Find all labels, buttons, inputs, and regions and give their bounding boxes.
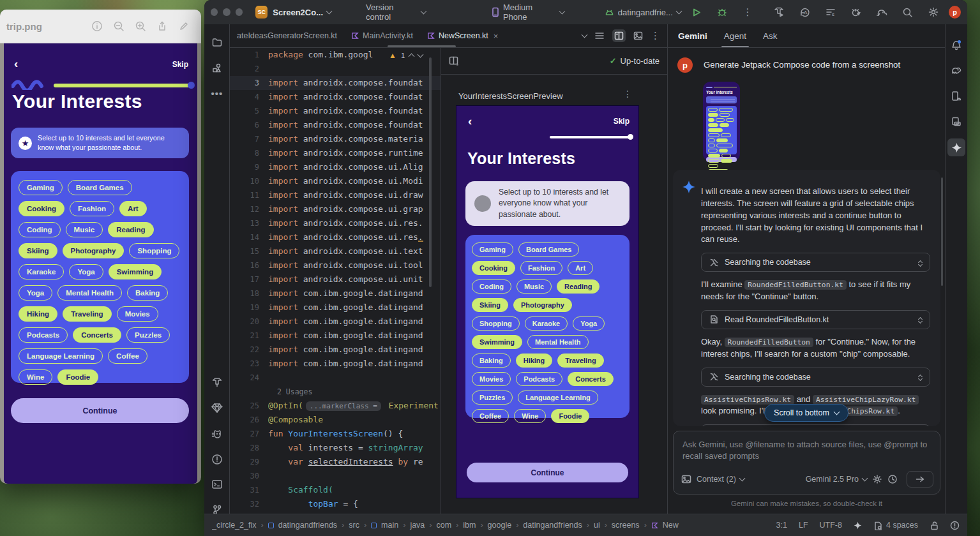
gemini-tool-icon[interactable] bbox=[947, 138, 965, 156]
caret-position[interactable]: 3:1 bbox=[776, 521, 787, 530]
gemini-settings-icon[interactable] bbox=[872, 474, 882, 484]
attach-image-icon[interactable] bbox=[681, 475, 691, 484]
code-line[interactable]: 22import com.ibm.google.datingand bbox=[230, 343, 441, 357]
usages-hint[interactable]: 2 Usages bbox=[230, 385, 312, 399]
debug-button[interactable] bbox=[712, 7, 732, 17]
info-icon[interactable] bbox=[86, 15, 108, 37]
device-selector[interactable]: Medium Phone bbox=[491, 3, 564, 22]
tab-agent[interactable]: Agent bbox=[724, 31, 746, 47]
tool-call-card[interactable]: Searching the codebase bbox=[701, 368, 930, 387]
indent-setting[interactable]: 4 spaces bbox=[873, 521, 918, 530]
code-editor[interactable]: 1package com.ibm.googl23import androidx.… bbox=[230, 48, 441, 514]
breadcrumb-item[interactable]: ui bbox=[594, 521, 600, 530]
zoom-out-icon[interactable] bbox=[108, 15, 130, 37]
tab-scrollbar[interactable] bbox=[388, 45, 456, 47]
code-line[interactable]: 20import com.ibm.google.datingand bbox=[230, 315, 441, 329]
editor-options-menu[interactable]: ⋮ bbox=[651, 30, 661, 41]
tool-call-card[interactable]: Searching the codebase bbox=[701, 253, 930, 272]
breadcrumb-item[interactable]: _circle_2_fix bbox=[212, 521, 256, 530]
breadcrumb-item[interactable]: datingandfriends bbox=[278, 521, 337, 530]
problems-tool-icon[interactable] bbox=[208, 450, 226, 468]
attached-screenshot-thumbnail[interactable]: Your Interests bbox=[703, 82, 740, 161]
window-minimize-button[interactable] bbox=[223, 8, 230, 16]
tab-dateideasgeneratorscreen[interactable]: ateIdeasGeneratorScreen.kt bbox=[230, 24, 344, 47]
breadcrumb-item[interactable]: google bbox=[488, 521, 512, 530]
code-line[interactable]: 8import androidx.compose.runtime bbox=[230, 146, 441, 160]
code-line[interactable]: 32 topBar = { bbox=[230, 497, 441, 511]
file-encoding[interactable]: UTF-8 bbox=[820, 521, 842, 530]
build-tool-icon[interactable] bbox=[208, 373, 226, 391]
settings-icon[interactable] bbox=[923, 6, 944, 18]
scroll-to-bottom-button[interactable]: Scroll to bottom bbox=[764, 404, 848, 422]
code-line[interactable]: 6import androidx.compose.foundat bbox=[230, 118, 441, 132]
terminal-tool-icon[interactable] bbox=[208, 475, 226, 493]
breadcrumb-item[interactable]: New bbox=[663, 521, 679, 530]
code-line[interactable]: 4import androidx.compose.foundat bbox=[230, 90, 441, 104]
run-configuration[interactable]: datingandfrie... bbox=[605, 8, 681, 17]
code-line[interactable]: 12import androidx.compose.ui.grap bbox=[230, 202, 441, 216]
preview-menu-icon[interactable]: ⋮ bbox=[623, 89, 633, 99]
user-avatar[interactable]: p bbox=[949, 6, 961, 19]
preview-layout-icon[interactable] bbox=[449, 56, 459, 66]
history-icon[interactable] bbox=[887, 474, 898, 484]
breadcrumb-item[interactable]: datingandfriends bbox=[523, 521, 582, 530]
next-problem-icon[interactable] bbox=[418, 52, 424, 58]
design-view-icon[interactable] bbox=[633, 31, 643, 40]
tab-ask[interactable]: Ask bbox=[763, 31, 778, 47]
code-line[interactable]: 26@Composable bbox=[230, 413, 441, 427]
code-line[interactable]: 3import androidx.compose.foundat bbox=[230, 76, 441, 90]
code-line[interactable]: 28 val interests = stringArray bbox=[230, 441, 441, 455]
more-tool-windows-icon[interactable]: ••• bbox=[208, 84, 226, 102]
code-line[interactable]: 15import androidx.compose.ui.text bbox=[230, 244, 441, 258]
code-line[interactable]: 27fun YourInterestsScreen() { bbox=[230, 427, 441, 441]
project-tool-icon[interactable] bbox=[208, 33, 226, 51]
code-line[interactable]: 2 Usages bbox=[230, 385, 441, 399]
more-actions-menu[interactable]: ⋮ bbox=[737, 6, 758, 18]
gemini-gem-tool-icon[interactable] bbox=[208, 399, 226, 417]
breadcrumb-item[interactable]: screens bbox=[612, 521, 640, 530]
inspections-widget[interactable]: ▲ 1 bbox=[386, 50, 425, 61]
error-highlight-icon[interactable] bbox=[950, 521, 960, 530]
code-line[interactable]: 13import androidx.compose.ui.res. bbox=[230, 216, 441, 230]
tab-list-chevron[interactable] bbox=[582, 32, 588, 38]
gemini-input-box[interactable]: Ask Gemini, use @filename to attach sour… bbox=[673, 431, 940, 495]
code-line[interactable]: 23import com.ibm.google.datingand bbox=[230, 357, 441, 371]
share-icon[interactable] bbox=[151, 15, 173, 37]
breadcrumb-item[interactable]: src bbox=[349, 521, 359, 530]
device-streaming-icon[interactable]: s bbox=[820, 6, 840, 18]
code-line[interactable]: 14import androidx.compose.ui.res. bbox=[230, 230, 441, 244]
build-icon[interactable] bbox=[769, 6, 789, 18]
run-button[interactable] bbox=[686, 8, 707, 17]
tool-call-card[interactable]: Read AssistiveChipsRow.kt bbox=[701, 424, 930, 426]
project-selector[interactable]: Screen2Co... bbox=[273, 8, 331, 17]
model-selector[interactable]: Gemini 2.5 Pro bbox=[806, 475, 867, 484]
close-tab-icon[interactable]: × bbox=[494, 31, 499, 41]
code-line[interactable]: 5import androidx.compose.foundat bbox=[230, 104, 441, 118]
gradle-sync-icon[interactable] bbox=[871, 7, 892, 18]
window-zoom-button[interactable] bbox=[236, 8, 243, 16]
editor-scrollbar[interactable] bbox=[429, 57, 432, 287]
send-button[interactable] bbox=[907, 471, 933, 488]
code-line[interactable]: 10import androidx.compose.ui.Modi bbox=[230, 174, 441, 188]
ai-spark-icon[interactable] bbox=[854, 521, 862, 530]
code-line[interactable]: 7import androidx.compose.materia bbox=[230, 132, 441, 146]
tool-call-card[interactable]: Read RoundedFilledButton.kt bbox=[701, 310, 930, 329]
breadcrumb-item[interactable]: main bbox=[381, 521, 398, 530]
code-line[interactable]: 18import com.ibm.google.datingand bbox=[230, 287, 441, 301]
window-close-button[interactable] bbox=[211, 8, 218, 16]
code-line[interactable]: 25@OptIn(...markerClass = Experiment bbox=[230, 399, 441, 413]
running-devices-tool-icon[interactable] bbox=[947, 87, 965, 105]
code-line[interactable]: 30 bbox=[230, 469, 441, 483]
unlock-icon[interactable] bbox=[930, 521, 939, 530]
tab-newscreen[interactable]: NewScreen.kt× bbox=[420, 24, 505, 47]
device-explorer-tool-icon[interactable] bbox=[947, 113, 965, 131]
breadcrumb-item[interactable]: ibm bbox=[463, 521, 476, 530]
code-line[interactable]: 16import androidx.compose.ui.tool bbox=[230, 258, 441, 272]
notifications-icon[interactable] bbox=[947, 36, 965, 54]
context-selector[interactable]: Context (2) bbox=[697, 475, 744, 484]
code-line[interactable]: 17import androidx.compose.ui.unit bbox=[230, 272, 441, 287]
markup-pencil-icon[interactable] bbox=[173, 15, 195, 37]
code-line[interactable]: 11import androidx.compose.ui.draw bbox=[230, 188, 441, 202]
code-line[interactable]: 24 bbox=[230, 371, 441, 385]
code-line[interactable]: 21import com.ibm.google.datingand bbox=[230, 329, 441, 343]
